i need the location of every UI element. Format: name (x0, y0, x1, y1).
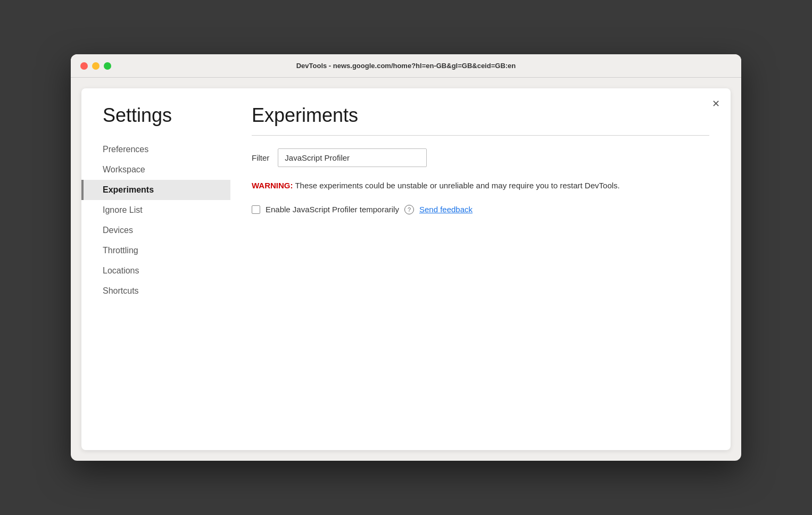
sidebar-nav: Preferences Workspace Experiments Ignore… (81, 139, 230, 301)
title-bar: DevTools - news.google.com/home?hl=en-GB… (71, 54, 741, 78)
send-feedback-link[interactable]: Send feedback (419, 205, 473, 214)
sidebar-item-shortcuts[interactable]: Shortcuts (81, 281, 230, 301)
sidebar-heading: Settings (81, 104, 230, 139)
warning-text: WARNING: These experiments could be unst… (252, 181, 620, 190)
sidebar-item-ignore-list[interactable]: Ignore List (81, 200, 230, 220)
close-button[interactable]: ✕ (712, 99, 720, 109)
sidebar-item-devices[interactable]: Devices (81, 220, 230, 240)
browser-title: DevTools - news.google.com/home?hl=en-GB… (296, 62, 516, 70)
sidebar: Settings Preferences Workspace Experimen… (81, 88, 230, 450)
warning-box: WARNING: These experiments could be unst… (252, 180, 709, 192)
experiment-item-js-profiler: Enable JavaScript Profiler temporarily ?… (252, 205, 709, 214)
minimize-traffic-light[interactable] (92, 62, 100, 70)
help-icon[interactable]: ? (404, 205, 414, 214)
page-title: Experiments (252, 104, 709, 127)
browser-window: DevTools - news.google.com/home?hl=en-GB… (71, 54, 741, 461)
filter-label: Filter (252, 153, 269, 162)
sidebar-item-workspace[interactable]: Workspace (81, 160, 230, 180)
filter-input[interactable] (278, 148, 427, 167)
main-content: ✕ Experiments Filter WARNING: These expe… (230, 88, 731, 450)
warning-label: WARNING: (252, 181, 293, 190)
window-content: Settings Preferences Workspace Experimen… (81, 88, 731, 450)
warning-body: These experiments could be unstable or u… (293, 181, 620, 190)
sidebar-item-throttling[interactable]: Throttling (81, 240, 230, 261)
close-traffic-light[interactable] (80, 62, 88, 70)
section-divider (252, 135, 709, 136)
sidebar-item-experiments[interactable]: Experiments (81, 180, 230, 200)
traffic-lights (80, 62, 111, 70)
filter-row: Filter (252, 148, 709, 167)
js-profiler-checkbox[interactable] (252, 205, 260, 214)
sidebar-item-locations[interactable]: Locations (81, 261, 230, 281)
sidebar-item-preferences[interactable]: Preferences (81, 139, 230, 160)
js-profiler-label: Enable JavaScript Profiler temporarily (266, 205, 399, 214)
maximize-traffic-light[interactable] (104, 62, 111, 70)
